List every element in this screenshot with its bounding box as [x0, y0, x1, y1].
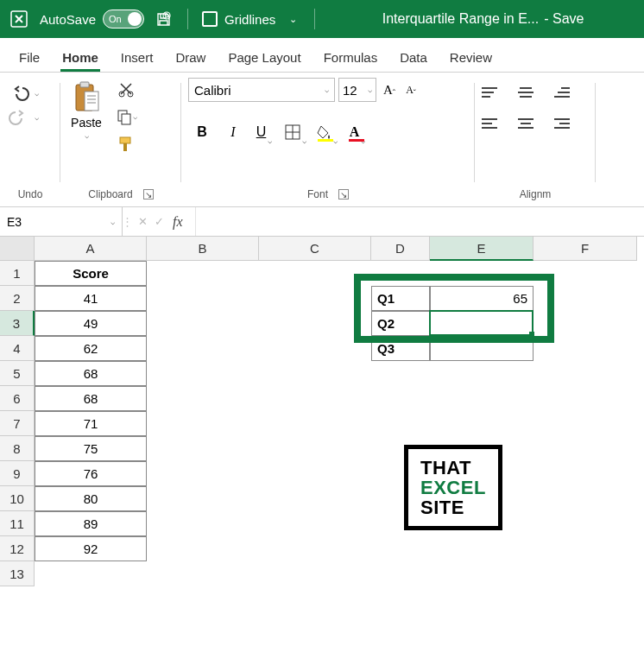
row-header-12[interactable]: 12: [0, 536, 35, 561]
gridlines-label: Gridlines: [224, 12, 275, 27]
align-right-button[interactable]: [547, 114, 570, 133]
svg-rect-12: [120, 137, 130, 143]
cut-button[interactable]: [114, 78, 138, 100]
column-header-E[interactable]: E: [430, 237, 534, 261]
font-size-combo[interactable]: 12 ⌵: [338, 78, 376, 102]
save-icon[interactable]: [153, 9, 174, 29]
italic-button[interactable]: I: [219, 119, 247, 145]
column-header-D[interactable]: D: [371, 237, 430, 261]
group-label-clipboard: Clipboard ↘: [67, 186, 174, 203]
tab-insert[interactable]: Insert: [117, 40, 157, 72]
dialog-launcher-icon[interactable]: ↘: [338, 189, 349, 200]
format-painter-button[interactable]: [114, 133, 138, 155]
tab-formulas[interactable]: Formulas: [320, 40, 382, 72]
autosave-toggle[interactable]: On: [103, 10, 144, 28]
font-color-swatch: [349, 139, 364, 142]
align-center-button[interactable]: [515, 114, 537, 133]
cell-A9[interactable]: 76: [35, 461, 147, 486]
chevron-down-icon: ⌵: [110, 218, 115, 226]
name-box[interactable]: E3 ⌵: [0, 207, 123, 236]
align-middle-button[interactable]: [515, 83, 537, 102]
row-header-8[interactable]: 8: [0, 436, 35, 461]
cell-A1[interactable]: Score: [35, 261, 147, 286]
bold-button[interactable]: B: [188, 119, 216, 145]
align-bottom-button[interactable]: [547, 83, 570, 102]
cell-A4[interactable]: 62: [35, 336, 147, 361]
column-header-F[interactable]: F: [534, 237, 637, 261]
row-header-13[interactable]: 13: [0, 561, 35, 586]
cell-A11[interactable]: 89: [35, 511, 147, 536]
cell-A7[interactable]: 71: [35, 411, 147, 436]
tab-home[interactable]: Home: [59, 40, 102, 72]
formula-bar: E3 ⌵ ⋮ ✕ ✓ fx: [0, 207, 644, 237]
redo-button[interactable]: ⌵: [7, 107, 42, 128]
cell-A2[interactable]: 41: [35, 286, 147, 311]
row-header-11[interactable]: 11: [0, 511, 35, 536]
svg-rect-13: [123, 143, 127, 151]
excel-icon: [7, 7, 31, 31]
row-header-3[interactable]: 3: [0, 311, 35, 336]
column-header-C[interactable]: C: [259, 237, 371, 261]
cell-A10[interactable]: 80: [35, 486, 147, 511]
cell-A5[interactable]: 68: [35, 361, 147, 386]
document-title[interactable]: Interquartile Range in E... - Save: [329, 11, 637, 27]
row-header-5[interactable]: 5: [0, 361, 35, 386]
row-header-2[interactable]: 2: [0, 286, 35, 311]
row-header-6[interactable]: 6: [0, 386, 35, 411]
tab-file[interactable]: File: [16, 40, 43, 72]
gridlines-checkbox-icon: [202, 11, 218, 27]
font-name-value: Calibri: [194, 83, 231, 98]
formula-input[interactable]: [196, 207, 644, 236]
tab-draw[interactable]: Draw: [172, 40, 209, 72]
watermark-line2: EXCEL: [420, 478, 486, 497]
cancel-icon[interactable]: ✕: [138, 215, 148, 228]
fx-icon[interactable]: fx: [173, 214, 183, 230]
column-header-B[interactable]: B: [147, 237, 259, 261]
autosave-knob: [128, 12, 142, 26]
cell-A3[interactable]: 49: [35, 311, 147, 336]
svg-rect-11: [122, 114, 130, 124]
undo-button[interactable]: ⌵: [7, 83, 42, 104]
tab-data[interactable]: Data: [396, 40, 431, 72]
align-left-button[interactable]: [482, 114, 504, 133]
increase-font-button[interactable]: Aˆ: [380, 81, 399, 99]
align-top-button[interactable]: [482, 83, 504, 102]
cell-A12[interactable]: 92: [35, 536, 147, 561]
dialog-launcher-icon[interactable]: ↘: [143, 189, 154, 200]
group-alignment: Alignm: [475, 73, 596, 206]
watermark-line1: THAT: [420, 458, 486, 478]
row-header-1[interactable]: 1: [0, 261, 35, 286]
group-label-undo: Undo: [7, 186, 54, 203]
chevron-down-icon: ⌵: [35, 113, 39, 122]
font-name-combo[interactable]: Calibri ⌵: [188, 78, 335, 102]
chevron-down-icon: ⌵: [35, 89, 39, 98]
save-status: - Save: [544, 11, 584, 27]
gridlines-dropdown[interactable]: Gridlines ⌄: [202, 11, 300, 27]
autosave-toggle-label: On: [109, 14, 122, 24]
tab-review[interactable]: Review: [446, 40, 496, 72]
worksheet-grid[interactable]: ABCDEF 12345678910111213 Score4149626868…: [0, 237, 644, 665]
copy-button[interactable]: ⌵: [114, 105, 138, 128]
row-header-4[interactable]: 4: [0, 336, 35, 361]
row-header-7[interactable]: 7: [0, 411, 35, 436]
cell-A6[interactable]: 68: [35, 386, 147, 411]
underline-button[interactable]: U⌵: [250, 119, 278, 145]
tab-page-layout[interactable]: Page Layout: [224, 40, 304, 72]
row-header-9[interactable]: 9: [0, 461, 35, 486]
row-header-10[interactable]: 10: [0, 486, 35, 511]
column-headers: ABCDEF: [35, 237, 637, 261]
select-all-corner[interactable]: [0, 237, 35, 261]
fill-color-swatch: [318, 139, 333, 142]
paste-button[interactable]: Paste ⌵: [67, 78, 105, 142]
ribbon-tabs: File Home Insert Draw Page Layout Formul…: [0, 38, 644, 73]
chevron-down-icon: ⌵: [302, 136, 306, 145]
enter-icon[interactable]: ✓: [155, 215, 164, 228]
font-color-button[interactable]: A ⌵: [344, 119, 371, 145]
borders-button[interactable]: ⌵: [281, 119, 309, 145]
decrease-font-button[interactable]: Aˇ: [402, 82, 420, 98]
svg-rect-4: [85, 92, 98, 111]
fill-color-button[interactable]: ⌵: [313, 119, 340, 145]
title-bar: AutoSave On Gridlines ⌄ Interquartile Ra…: [0, 0, 644, 38]
cell-A8[interactable]: 75: [35, 436, 147, 461]
column-header-A[interactable]: A: [35, 237, 147, 261]
